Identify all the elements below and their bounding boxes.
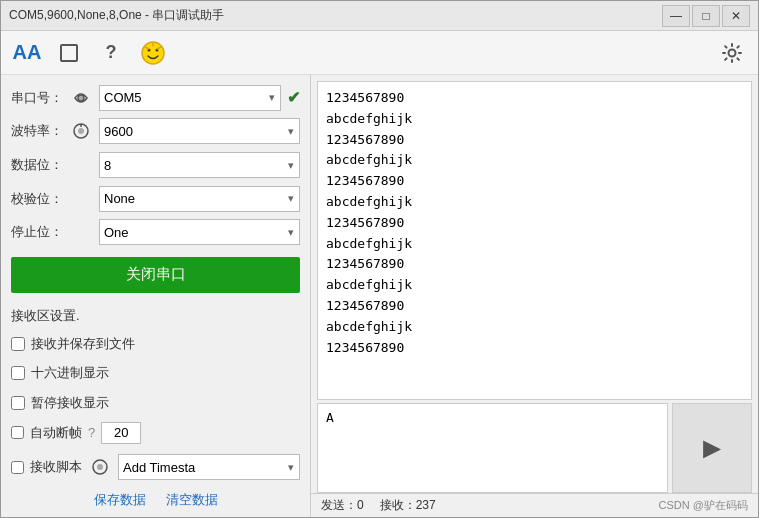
send-textarea[interactable]: A <box>317 403 668 493</box>
parity-row: 校验位： None <box>11 184 300 214</box>
parity-select[interactable]: None <box>99 186 300 212</box>
receive-script-label: 接收脚本 <box>30 458 82 476</box>
pause-receive-row: 暂停接收显示 <box>11 390 300 416</box>
hex-display-row: 十六进制显示 <box>11 360 300 386</box>
crop-icon[interactable] <box>53 37 85 69</box>
recv-count: 237 <box>416 498 436 512</box>
settings-icon[interactable] <box>716 37 748 69</box>
script-icon <box>88 455 112 479</box>
hex-display-checkbox[interactable] <box>11 366 25 380</box>
maximize-button[interactable]: □ <box>692 5 720 27</box>
svg-point-10 <box>97 464 103 470</box>
script-row: 接收脚本 Add Timesta <box>11 453 300 481</box>
clear-data-link[interactable]: 清空数据 <box>166 491 218 509</box>
serial-port-select-wrapper: COM5 <box>99 85 281 111</box>
title-text: COM5,9600,None,8,One - 串口调试助手 <box>9 7 224 24</box>
serial-port-icon <box>69 86 93 110</box>
save-to-file-row: 接收并保存到文件 <box>11 331 300 357</box>
font-icon[interactable]: AA <box>11 37 43 69</box>
status-counts: 发送：0 接收：237 <box>321 497 436 514</box>
save-data-link[interactable]: 保存数据 <box>94 491 146 509</box>
receive-settings-title: 接收区设置. <box>11 307 300 325</box>
send-count: 0 <box>357 498 364 512</box>
recv-label: 接收： <box>380 498 416 512</box>
stop-bits-select[interactable]: One <box>99 219 300 245</box>
title-bar-left: COM5,9600,None,8,One - 串口调试助手 <box>9 7 224 24</box>
send-count-label: 发送：0 <box>321 497 364 514</box>
auto-break-question: ? <box>88 425 95 440</box>
receive-line: 1234567890 <box>326 254 743 275</box>
data-bits-select[interactable]: 8 <box>99 152 300 178</box>
recv-count-label: 接收：237 <box>380 497 436 514</box>
minimize-button[interactable]: — <box>662 5 690 27</box>
svg-point-5 <box>78 95 84 101</box>
send-button[interactable]: ► <box>672 403 752 493</box>
send-label: 发送： <box>321 498 357 512</box>
stop-bits-spacer <box>69 220 93 244</box>
serial-port-row: 串口号： COM5 ✔ <box>11 83 300 113</box>
title-controls: — □ ✕ <box>662 5 750 27</box>
data-bits-row: 数据位： 8 <box>11 150 300 180</box>
receive-area[interactable]: 1234567890abcdefghijk1234567890abcdefghi… <box>317 81 752 400</box>
receive-line: abcdefghijk <box>326 109 743 130</box>
baud-rate-row: 波特率： 9600 <box>11 117 300 147</box>
baud-rate-select-wrapper: 9600 <box>99 118 300 144</box>
receive-line: 1234567890 <box>326 88 743 109</box>
toolbar-left: AA ? <box>11 37 169 69</box>
script-select[interactable]: Add Timesta <box>118 454 300 480</box>
save-to-file-checkbox[interactable] <box>11 337 25 351</box>
hex-display-label: 十六进制显示 <box>31 364 109 382</box>
send-area-container: A ► <box>317 403 752 493</box>
parity-spacer <box>69 187 93 211</box>
receive-line: 1234567890 <box>326 130 743 151</box>
svg-point-7 <box>78 128 84 134</box>
receive-line: 1234567890 <box>326 338 743 359</box>
bottom-links: 保存数据 清空数据 <box>11 491 300 509</box>
baud-rate-select[interactable]: 9600 <box>99 118 300 144</box>
data-bits-label: 数据位： <box>11 156 63 174</box>
title-bar: COM5,9600,None,8,One - 串口调试助手 — □ ✕ <box>1 1 758 31</box>
svg-point-4 <box>729 49 736 56</box>
main-content: 串口号： COM5 ✔ 波特率： <box>1 75 758 517</box>
auto-break-checkbox[interactable] <box>11 426 24 439</box>
data-bits-select-wrapper: 8 <box>99 152 300 178</box>
parity-select-wrapper: None <box>99 186 300 212</box>
receive-line: abcdefghijk <box>326 192 743 213</box>
auto-break-value-input[interactable] <box>101 422 141 444</box>
close-serial-button[interactable]: 关闭串口 <box>11 257 300 293</box>
emoji-icon[interactable] <box>137 37 169 69</box>
serial-port-label: 串口号： <box>11 89 63 107</box>
watermark: CSDN @驴在码码 <box>659 498 748 513</box>
stop-bits-row: 停止位： One <box>11 218 300 248</box>
stop-bits-select-wrapper: One <box>99 219 300 245</box>
receive-line: abcdefghijk <box>326 234 743 255</box>
right-panel: 1234567890abcdefghijk1234567890abcdefghi… <box>311 75 758 517</box>
pause-receive-label: 暂停接收显示 <box>31 394 109 412</box>
auto-break-row: 自动断帧 ? <box>11 420 300 446</box>
pause-receive-checkbox[interactable] <box>11 396 25 410</box>
auto-break-label: 自动断帧 <box>30 424 82 442</box>
receive-line: abcdefghijk <box>326 317 743 338</box>
receive-script-checkbox[interactable] <box>11 461 24 474</box>
status-bar: 发送：0 接收：237 CSDN @驴在码码 <box>311 493 758 517</box>
save-to-file-label: 接收并保存到文件 <box>31 335 135 353</box>
main-window: COM5,9600,None,8,One - 串口调试助手 — □ ✕ AA ? <box>0 0 759 518</box>
receive-line: abcdefghijk <box>326 150 743 171</box>
receive-line: 1234567890 <box>326 171 743 192</box>
help-icon[interactable]: ? <box>95 37 127 69</box>
receive-line: 1234567890 <box>326 213 743 234</box>
serial-port-select[interactable]: COM5 <box>99 85 281 111</box>
data-bits-spacer <box>69 153 93 177</box>
baud-rate-label: 波特率： <box>11 122 63 140</box>
svg-rect-0 <box>61 45 77 61</box>
stop-bits-label: 停止位： <box>11 223 63 241</box>
baud-rate-icon <box>69 119 93 143</box>
receive-line: abcdefghijk <box>326 275 743 296</box>
send-icon: ► <box>697 431 727 465</box>
toolbar: AA ? <box>1 31 758 75</box>
left-panel: 串口号： COM5 ✔ 波特率： <box>1 75 311 517</box>
close-button[interactable]: ✕ <box>722 5 750 27</box>
serial-port-check: ✔ <box>287 88 300 107</box>
parity-label: 校验位： <box>11 190 63 208</box>
script-select-wrapper: Add Timesta <box>118 454 300 480</box>
